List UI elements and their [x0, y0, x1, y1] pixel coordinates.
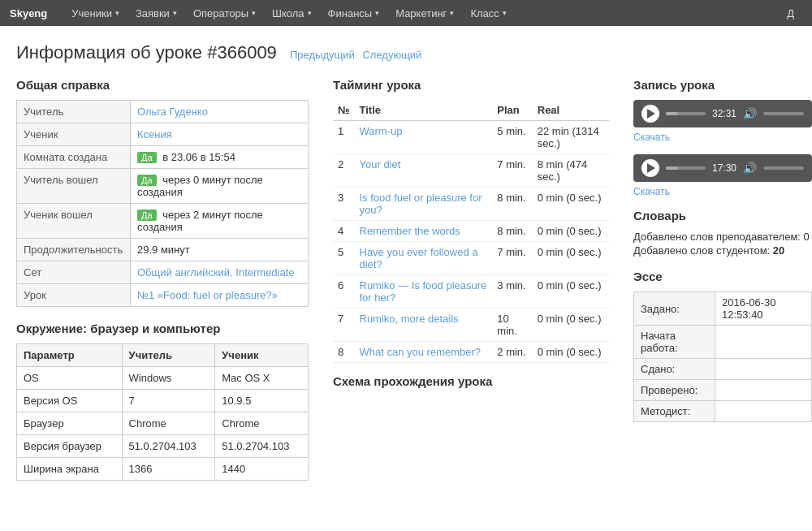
table-row: Комната создана Да в 23.06 в 15:54 — [17, 146, 309, 169]
play-icon-1 — [647, 109, 655, 119]
nav-class[interactable]: Класс ▾ — [462, 0, 514, 26]
label-set: Сет — [17, 261, 131, 284]
env-student-val: Mac OS X — [215, 367, 309, 390]
timing-header-row: № Title Plan Real — [333, 100, 609, 121]
schema-section-title: Схема прохождения урока — [333, 374, 609, 388]
essay-label: Методист: — [634, 401, 715, 422]
env-param: Версия браузер — [17, 435, 123, 458]
next-link[interactable]: Следующий — [362, 49, 421, 61]
audio-player-2: 17:30 🔊 — [633, 154, 812, 182]
teacher-link[interactable]: Ольга Гуденко — [137, 106, 208, 118]
env-table: Параметр Учитель Ученик OSWindowsMac OS … — [16, 343, 309, 481]
set-link[interactable]: Общий английский, Intermediate — [137, 266, 295, 278]
timing-row: 8What can you remember?2 min.0 min (0 se… — [333, 342, 609, 363]
badge-da-teacher: Да — [137, 175, 157, 186]
schema-section: Схема прохождения урока — [333, 374, 609, 388]
timing-title-link[interactable]: Warm-up — [360, 125, 403, 137]
nav-school[interactable]: Школа ▾ — [264, 0, 320, 26]
vocab-teacher-row: Добавлено слов преподавателем: 0 — [633, 231, 812, 243]
timing-title-link[interactable]: Rumiko — Is food pleasure for her? — [360, 279, 487, 304]
volume-icon-2: 🔊 — [743, 162, 757, 175]
timing-title-link[interactable]: Have you ever followed a diet? — [360, 246, 478, 270]
nav-orders-arrow: ▾ — [173, 9, 177, 17]
timing-row: 3Is food fuel or pleasure for you?8 min.… — [333, 188, 609, 221]
vocab-student-value: 20 — [773, 244, 784, 257]
essay-row: Методист: — [634, 401, 812, 422]
page-title-links: Предыдущий Следующий — [290, 49, 426, 61]
audio-section-title: Запись урока — [633, 78, 812, 92]
play-button-1[interactable] — [641, 105, 659, 123]
essay-value: 2016-06-30 12:53:40 — [715, 292, 812, 326]
timing-col-num: № — [333, 100, 355, 121]
brand-logo: Skyeng — [10, 7, 47, 19]
label-duration: Продолжительность — [17, 239, 131, 261]
volume-bar-1[interactable] — [763, 112, 804, 115]
student-link[interactable]: Ксения — [137, 128, 172, 140]
table-row: Ученик Ксения — [17, 123, 309, 146]
timing-row: 4Remember the words8 min.0 min (0 sec.) — [333, 221, 609, 242]
essay-row: Сдано: — [634, 359, 812, 380]
label-student: Ученик — [17, 123, 131, 146]
nav-user: Д — [779, 7, 802, 19]
value-student-entered: Да через 2 минут после создания — [131, 204, 309, 239]
lesson-link[interactable]: №1 «Food: fuel or pleasure?» — [137, 289, 278, 301]
timing-num: 4 — [333, 221, 355, 242]
nav-operators[interactable]: Операторы ▾ — [185, 0, 264, 26]
env-row: Ширина экрана13661440 — [17, 458, 309, 481]
env-section-title: Окружение: браузер и компьютер — [16, 322, 309, 335]
right-column: Запись урока 32:31 🔊 Скачать — [633, 78, 812, 481]
nav-students-arrow: ▾ — [115, 9, 119, 17]
timing-title: Rumiko, more details — [355, 309, 493, 342]
audio-progress-1[interactable] — [666, 112, 706, 115]
timing-title-link[interactable]: Remember the words — [360, 225, 460, 237]
env-teacher-val: 1366 — [122, 458, 215, 481]
download-link-2[interactable]: Скачать — [633, 186, 670, 197]
nav-orders[interactable]: Заявки ▾ — [127, 0, 185, 26]
timing-title: What can you remember? — [355, 342, 493, 363]
timing-title-link[interactable]: Your diet — [360, 158, 401, 171]
mid-column: Тайминг урока № Title Plan Real 1Warm-up… — [333, 78, 609, 481]
value-teacher: Ольга Гуденко — [131, 101, 309, 123]
env-student-val: 10.9.5 — [215, 390, 309, 412]
volume-icon-1: 🔊 — [743, 107, 757, 120]
audio-track-2: 17:30 🔊 Скачать — [633, 154, 812, 197]
volume-bar-2[interactable] — [763, 166, 804, 170]
nav-students[interactable]: Ученики ▾ — [63, 0, 127, 26]
essay-label: Сдано: — [634, 359, 715, 380]
main-layout: Общая справка Учитель Ольга Гуденко Учен… — [16, 78, 796, 481]
table-row: Сет Общий английский, Intermediate — [17, 261, 309, 284]
play-button-2[interactable] — [641, 159, 659, 177]
prev-link[interactable]: Предыдущий — [290, 49, 355, 61]
download-link-1[interactable]: Скачать — [633, 132, 670, 143]
nav-marketing[interactable]: Маркетинг ▾ — [387, 0, 462, 26]
nav-finance-arrow: ▾ — [375, 9, 379, 17]
essay-label: Задано: — [634, 292, 715, 326]
timing-title-link[interactable]: Is food fuel or pleasure for you? — [360, 192, 482, 216]
timing-row: 5Have you ever followed a diet?7 min.0 m… — [333, 242, 609, 275]
env-row: Версия браузер51.0.2704.10351.0.2704.103 — [17, 435, 309, 458]
value-duration: 29.9 минут — [131, 239, 309, 261]
badge-da-room: Да — [137, 152, 157, 163]
nav-finance[interactable]: Финансы ▾ — [320, 0, 388, 26]
essay-value — [715, 380, 812, 401]
nav-marketing-arrow: ▾ — [450, 9, 454, 17]
env-student-val: 1440 — [215, 458, 309, 481]
timing-num: 3 — [333, 188, 355, 221]
nav-school-arrow: ▾ — [308, 9, 312, 17]
audio-time-1: 32:31 — [712, 108, 736, 119]
badge-da-student: Да — [137, 209, 157, 221]
timing-num: 6 — [333, 275, 355, 309]
table-row: Учитель Ольга Гуденко — [17, 101, 309, 123]
timing-title-link[interactable]: Rumiko, more details — [360, 313, 459, 325]
timing-table: № Title Plan Real 1Warm-up5 min.22 min (… — [333, 100, 609, 363]
audio-bar-1 — [666, 112, 678, 115]
env-header-row: Параметр Учитель Ученик — [17, 344, 309, 367]
essay-section-title: Эссе — [633, 270, 812, 283]
audio-progress-2[interactable] — [666, 166, 706, 170]
timing-real: 0 min (0 sec.) — [533, 221, 609, 242]
env-teacher-val: Chrome — [122, 412, 215, 435]
timing-title-link[interactable]: What can you remember? — [360, 346, 482, 358]
timing-row: 6Rumiko — Is food pleasure for her?3 min… — [333, 275, 609, 309]
label-lesson: Урок — [17, 284, 131, 307]
timing-title: Rumiko — Is food pleasure for her? — [355, 275, 493, 309]
